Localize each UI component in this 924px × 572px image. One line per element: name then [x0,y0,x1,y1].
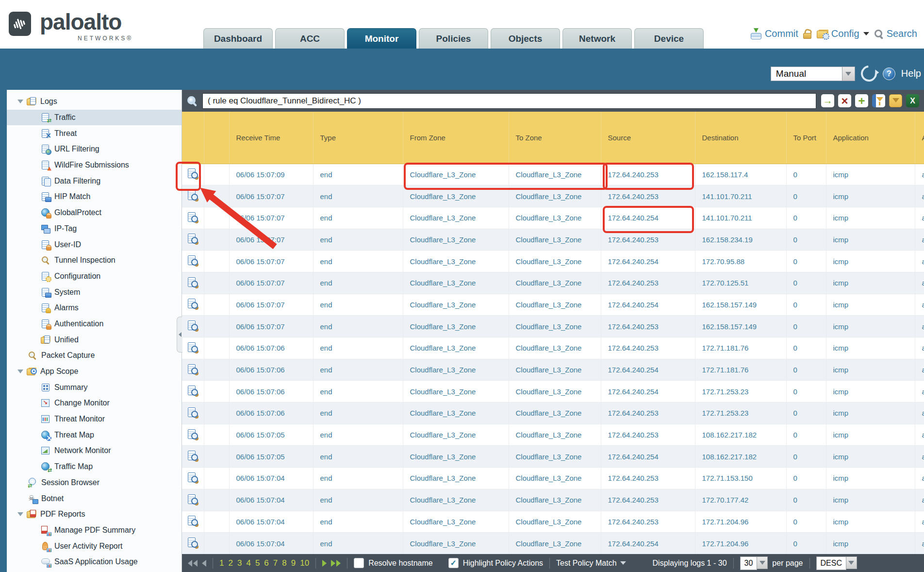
tab-policies[interactable]: Policies [419,28,488,49]
global-search-button[interactable]: Search [874,28,917,39]
page-number-1[interactable]: 1 [219,558,224,568]
resolve-hostname-checkbox[interactable] [354,558,364,568]
log-cell[interactable]: icmp [826,164,915,185]
sidebar-item-tunnel-inspection[interactable]: Tunnel Inspection [7,252,182,269]
log-cell[interactable]: Cloudflare_L3_Zone [509,207,601,229]
log-cell[interactable]: 172.64.240.253 [601,185,695,207]
log-cell[interactable]: Cloudflare_L3_Zone [509,446,601,468]
log-detail-icon[interactable] [187,255,198,268]
log-cell[interactable]: a [915,337,924,359]
sort-order-select[interactable]: DESC [816,556,857,570]
log-cell[interactable]: end [313,294,403,316]
log-cell[interactable]: icmp [826,381,915,403]
log-cell[interactable]: 0 [786,511,826,533]
log-cell[interactable]: Cloudflare_L3_Zone [509,164,601,185]
first-page-button[interactable] [188,560,198,567]
log-cell[interactable]: Cloudflare_L3_Zone [509,489,601,511]
log-cell[interactable]: 141.101.70.211 [695,185,786,207]
log-cell[interactable]: a [915,229,924,251]
log-cell[interactable]: 172.64.240.254 [601,359,695,381]
sidebar-item-app-scope[interactable]: App Scope [7,364,182,380]
sidebar-item-alarms[interactable]: Alarms [7,300,182,316]
tab-dashboard[interactable]: Dashboard [203,28,273,49]
log-cell[interactable]: end [313,207,403,229]
log-cell[interactable]: end [313,272,403,294]
log-cell[interactable]: 0 [786,468,826,489]
log-cell[interactable]: Cloudflare_L3_Zone [403,403,509,424]
log-cell[interactable]: 06/06 15:07:04 [229,489,313,511]
log-cell[interactable]: a [915,359,924,381]
log-cell[interactable]: a [915,533,924,555]
log-cell[interactable]: 141.101.70.211 [695,207,786,229]
log-detail-icon[interactable] [187,277,198,289]
log-detail-icon[interactable] [187,190,198,202]
log-cell[interactable]: Cloudflare_L3_Zone [509,533,601,555]
log-filter-input[interactable] [202,93,816,109]
log-cell[interactable]: icmp [826,272,915,294]
log-cell[interactable]: icmp [826,511,915,533]
log-cell[interactable]: 0 [786,403,826,424]
log-cell[interactable]: Cloudflare_L3_Zone [403,446,509,468]
sidebar-item-ip-tag[interactable]: IP-Tag [7,221,182,237]
log-cell[interactable]: 06/06 15:07:04 [229,511,313,533]
log-cell[interactable]: 06/06 15:07:05 [229,446,313,468]
log-cell[interactable]: icmp [826,316,915,337]
log-cell[interactable]: Cloudflare_L3_Zone [403,337,509,359]
log-cell[interactable]: 172.64.240.253 [601,511,695,533]
sidebar-item-summary[interactable]: Summary [7,379,182,395]
col-header-a[interactable]: A [915,112,924,164]
log-detail-icon[interactable] [187,515,198,528]
log-cell[interactable]: 0 [786,489,826,511]
col-header-source[interactable]: Source [601,112,695,164]
col-header-from-zone[interactable]: From Zone [403,112,509,164]
log-cell[interactable]: Cloudflare_L3_Zone [509,294,601,316]
sidebar-item-saas-application-usage[interactable]: SaaS Application Usage [7,554,182,570]
log-cell[interactable]: 172.64.240.254 [601,533,695,555]
log-cell[interactable]: Cloudflare_L3_Zone [403,511,509,533]
log-cell[interactable]: icmp [826,424,915,446]
log-detail-icon[interactable] [187,364,198,376]
tab-network[interactable]: Network [562,28,632,49]
log-cell[interactable]: 172.64.240.253 [601,272,695,294]
log-detail-icon[interactable] [187,472,198,485]
filter-builder-icon[interactable] [872,94,885,107]
log-cell[interactable]: Cloudflare_L3_Zone [509,468,601,489]
log-cell[interactable]: 172.70.125.51 [695,272,786,294]
sidebar-item-session-browser[interactable]: Session Browser [7,475,182,491]
sidebar-item-packet-capture[interactable]: Packet Capture [7,348,182,364]
log-cell[interactable]: 0 [786,251,826,272]
log-cell[interactable]: icmp [826,403,915,424]
log-cell[interactable]: icmp [826,446,915,468]
sidebar-item-network-monitor[interactable]: Network Monitor [7,443,182,459]
per-page-dropdown-button[interactable] [757,556,768,569]
log-cell[interactable]: Cloudflare_L3_Zone [509,272,601,294]
sidebar-item-logs[interactable]: Logs [7,94,182,110]
load-filter-icon[interactable] [889,94,902,107]
log-cell[interactable]: 0 [786,424,826,446]
log-cell[interactable]: 172.64.240.254 [601,381,695,403]
log-cell[interactable]: 06/06 15:07:06 [229,403,313,424]
log-detail-icon[interactable] [187,494,198,506]
log-cell[interactable]: Cloudflare_L3_Zone [403,533,509,555]
expand-twisty-icon[interactable] [17,512,23,516]
log-cell[interactable]: Cloudflare_L3_Zone [403,489,509,511]
sidebar-item-system[interactable]: System [7,284,182,300]
log-cell[interactable]: icmp [826,185,915,207]
log-cell[interactable]: end [313,251,403,272]
commit-button[interactable]: Commit [750,28,798,39]
log-cell[interactable]: 0 [786,359,826,381]
log-cell[interactable]: 0 [786,316,826,337]
page-number-3[interactable]: 3 [237,558,242,568]
log-cell[interactable]: 0 [786,337,826,359]
sidebar-item-unified[interactable]: Unified [7,332,182,348]
log-cell[interactable]: a [915,207,924,229]
log-cell[interactable]: 172.64.240.253 [601,316,695,337]
clear-filter-icon[interactable]: × [838,94,851,107]
tab-monitor[interactable]: Monitor [347,28,416,49]
log-cell[interactable]: 172.64.240.253 [601,468,695,489]
log-cell[interactable]: end [313,468,403,489]
log-cell[interactable]: 172.71.181.76 [695,337,786,359]
log-cell[interactable]: end [313,511,403,533]
sort-order-dropdown-button[interactable] [846,556,857,569]
page-number-2[interactable]: 2 [228,558,232,568]
